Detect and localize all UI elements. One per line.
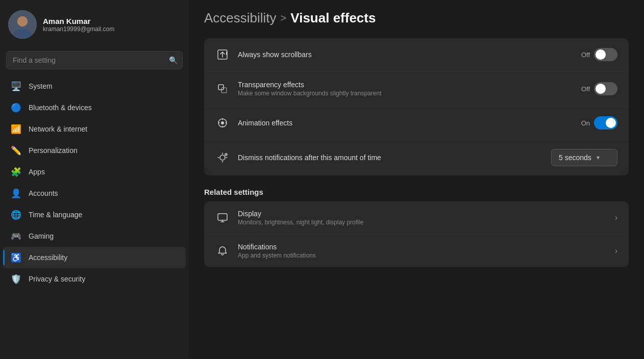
setting-text-notifications: Dismiss notifications after this amount … (238, 153, 543, 162)
search-input[interactable] (6, 51, 183, 69)
network-icon: 📶 (10, 123, 21, 135)
time-icon: 🌐 (10, 209, 21, 220)
related-label-display: Display (238, 210, 607, 218)
user-email: kraman19999@gmail.com (43, 25, 114, 33)
sidebar-item-network[interactable]: 📶 Network & internet (3, 118, 186, 140)
sidebar-item-label-privacy: Privacy & security (29, 275, 85, 283)
sidebar-item-label-bluetooth: Bluetooth & devices (29, 104, 92, 112)
svg-point-10 (221, 121, 224, 124)
breadcrumb: Accessibility > Visual effects (204, 10, 629, 26)
related-text-display: Display Monitors, brightness, night ligh… (238, 210, 607, 226)
sidebar-item-label-apps: Apps (29, 168, 45, 176)
related-card: Display Monitors, brightness, night ligh… (204, 201, 629, 267)
setting-sublabel-transparency: Make some window backgrounds slightly tr… (238, 90, 573, 97)
dropdown-notifications[interactable]: 5 seconds ▾ (551, 149, 617, 166)
toggle-transparency[interactable] (594, 82, 617, 95)
system-icon: 🖥️ (10, 81, 21, 92)
breadcrumb-parent[interactable]: Accessibility (204, 10, 277, 26)
toggle-thumb-transparency (596, 84, 606, 94)
sidebar-item-label-personalization: Personalization (29, 146, 78, 155)
apps-icon: 🧩 (10, 166, 21, 177)
search-icon: 🔍 (169, 56, 178, 64)
sidebar-item-label-accounts: Accounts (29, 189, 58, 197)
sidebar-item-label-gaming: Gaming (29, 232, 54, 240)
setting-text-transparency: Transparency effects Make some window ba… (238, 81, 573, 97)
accounts-icon: 👤 (10, 188, 21, 199)
toggle-animation[interactable] (594, 116, 617, 130)
sidebar-item-bluetooth[interactable]: 🔵 Bluetooth & devices (3, 97, 186, 118)
toggle-label-scrollbars: Off (581, 51, 590, 59)
toggle-label-transparency: Off (581, 85, 590, 93)
sidebar-item-accessibility[interactable]: ♿ Accessibility (3, 247, 186, 268)
sidebar-item-apps[interactable]: 🧩 Apps (3, 161, 186, 183)
sidebar-item-personalization[interactable]: ✏️ Personalization (3, 140, 186, 161)
gaming-icon: 🎮 (10, 230, 21, 242)
personalization-icon: ✏️ (10, 145, 21, 156)
setting-row-animation: Animation effects On (204, 107, 629, 140)
setting-control-transparency: Off (581, 82, 617, 95)
setting-row-scrollbars: Always show scrollbars Off (204, 38, 629, 71)
svg-rect-6 (226, 52, 227, 55)
sidebar-item-privacy[interactable]: 🛡️ Privacy & security (3, 268, 186, 290)
related-sub-display: Monitors, brightness, night light, displ… (238, 219, 607, 226)
notifications-setting-icon (215, 244, 230, 258)
sidebar-item-label-accessibility: Accessibility (29, 253, 67, 262)
sidebar-item-label-system: System (29, 82, 53, 90)
sidebar: Aman Kumar kraman19999@gmail.com 🔍 🖥️ Sy… (0, 0, 189, 359)
transparency-icon (215, 82, 230, 96)
svg-rect-13 (218, 214, 227, 220)
bluetooth-icon: 🔵 (10, 102, 21, 113)
chevron-icon-notifications-setting: › (615, 246, 617, 255)
nav-list: 🖥️ System 🔵 Bluetooth & devices 📶 Networ… (0, 75, 189, 290)
user-profile: Aman Kumar kraman19999@gmail.com (0, 0, 189, 47)
sidebar-item-label-network: Network & internet (29, 125, 87, 133)
setting-label-scrollbars: Always show scrollbars (238, 50, 573, 59)
setting-label-animation: Animation effects (238, 119, 573, 127)
accessibility-icon: ♿ (10, 252, 21, 263)
search-box[interactable]: 🔍 (6, 51, 183, 69)
avatar (8, 10, 37, 39)
setting-row-transparency: Transparency effects Make some window ba… (204, 71, 629, 107)
sidebar-item-accounts[interactable]: 👤 Accounts (3, 183, 186, 204)
toggle-scrollbars[interactable] (594, 48, 617, 61)
toggle-label-animation: On (581, 119, 590, 127)
svg-rect-8 (221, 88, 227, 93)
animation-icon (215, 116, 230, 130)
settings-card: Always show scrollbars Off Transparency … (204, 38, 629, 175)
setting-row-notifications: Dismiss notifications after this amount … (204, 140, 629, 175)
user-name: Aman Kumar (43, 17, 114, 25)
svg-point-11 (220, 155, 225, 160)
svg-point-12 (225, 153, 228, 156)
related-label-notifications-setting: Notifications (238, 243, 607, 251)
svg-rect-7 (218, 85, 224, 90)
related-sub-notifications-setting: App and system notifications (238, 252, 607, 259)
related-row-display[interactable]: Display Monitors, brightness, night ligh… (204, 201, 629, 235)
setting-control-animation: On (581, 116, 617, 130)
setting-text-scrollbars: Always show scrollbars (238, 50, 573, 59)
display-icon (215, 211, 230, 225)
scrollbars-icon (215, 47, 230, 62)
sidebar-item-label-time: Time & language (29, 211, 82, 219)
setting-label-transparency: Transparency effects (238, 81, 573, 89)
chevron-icon-display: › (615, 213, 617, 222)
related-heading: Related settings (204, 188, 629, 196)
sidebar-item-time[interactable]: 🌐 Time & language (3, 204, 186, 225)
notifications-icon (215, 150, 230, 165)
related-row-notifications-setting[interactable]: Notifications App and system notificatio… (204, 235, 629, 267)
sidebar-item-system[interactable]: 🖥️ System (3, 75, 186, 97)
user-info: Aman Kumar kraman19999@gmail.com (43, 17, 114, 33)
setting-label-notifications: Dismiss notifications after this amount … (238, 153, 543, 162)
sidebar-item-gaming[interactable]: 🎮 Gaming (3, 225, 186, 247)
toggle-thumb-scrollbars (596, 49, 606, 60)
setting-text-animation: Animation effects (238, 119, 573, 127)
privacy-icon: 🛡️ (10, 273, 21, 285)
dropdown-arrow-notifications: ▾ (597, 154, 600, 161)
toggle-thumb-animation (606, 118, 616, 128)
main-content: Accessibility > Visual effects Always sh… (189, 0, 644, 359)
related-text-notifications-setting: Notifications App and system notificatio… (238, 243, 607, 259)
svg-point-3 (17, 16, 28, 27)
breadcrumb-separator: > (281, 12, 287, 24)
breadcrumb-current: Visual effects (290, 10, 376, 26)
setting-control-scrollbars: Off (581, 48, 617, 61)
dropdown-value-notifications: 5 seconds (559, 153, 591, 162)
